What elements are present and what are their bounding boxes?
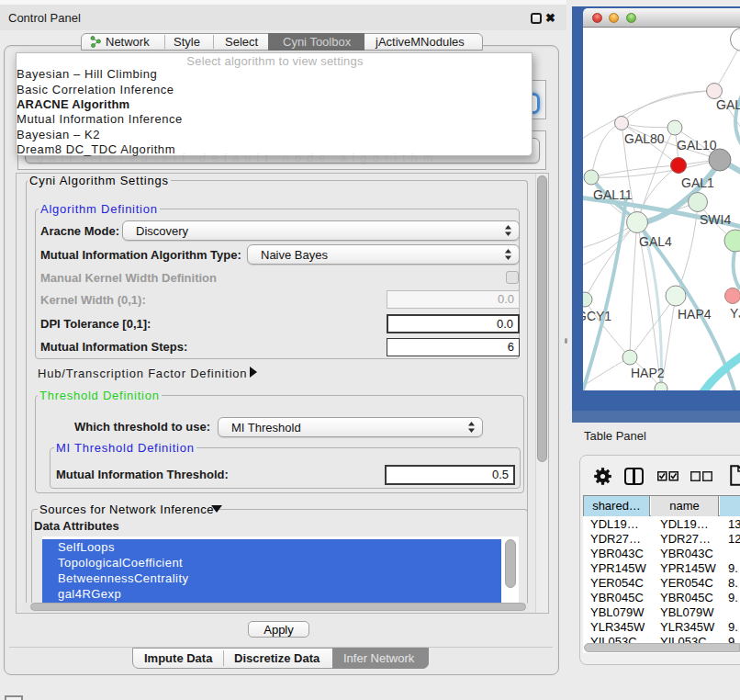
svg-text:GAL1: GAL1 bbox=[681, 175, 714, 190]
svg-text:YJ: YJ bbox=[730, 306, 740, 321]
svg-text:GAL7: GAL7 bbox=[716, 97, 740, 112]
svg-text:HAP2: HAP2 bbox=[631, 366, 665, 380]
svg-text:SWI4: SWI4 bbox=[700, 212, 731, 227]
svg-text:GAL10: GAL10 bbox=[677, 138, 717, 152]
svg-text:GAL11: GAL11 bbox=[593, 187, 633, 202]
svg-text:GAL80: GAL80 bbox=[624, 131, 665, 146]
svg-text:GAL4: GAL4 bbox=[639, 234, 672, 249]
svg-text:GCY1: GCY1 bbox=[583, 309, 611, 323]
svg-text:HAP4: HAP4 bbox=[678, 307, 712, 322]
